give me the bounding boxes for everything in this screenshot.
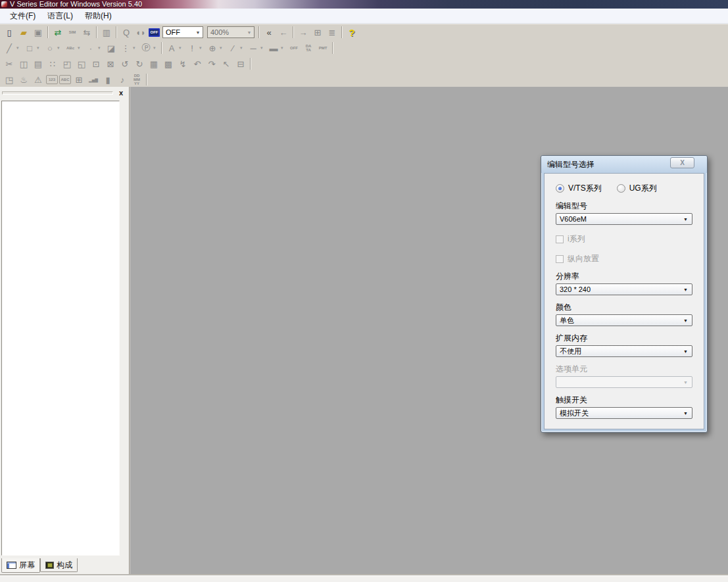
ext-memory-select[interactable]: 不使用 ▼: [556, 345, 692, 357]
send-back-icon[interactable]: ◱: [75, 57, 88, 70]
window-titlebar[interactable]: V Series Editor for Windows Version 5.40: [0, 0, 728, 9]
bring-front-icon[interactable]: ◰: [61, 57, 74, 70]
tab-structure[interactable]: 构成: [40, 558, 78, 572]
first-screen-icon[interactable]: «: [262, 26, 276, 39]
panel-grip-handle[interactable]: [2, 91, 113, 95]
menu-item-help[interactable]: 帮助(H): [79, 9, 118, 23]
numeric-display-icon[interactable]: 123: [46, 75, 58, 84]
dialog-close-button[interactable]: X: [670, 157, 694, 168]
text-tool-icon[interactable]: ABc: [64, 41, 77, 55]
panel-close-button[interactable]: x: [116, 88, 126, 97]
lamp-parts-icon[interactable]: ♨: [17, 73, 30, 86]
toolbar-row-edit: ✂◫▤∷◰◱⊡⊠↺↻▦▩↯↶↷↖⊟: [0, 56, 728, 72]
undo-icon[interactable]: ↶: [191, 57, 204, 70]
tab-screen[interactable]: 屏幕: [1, 558, 40, 573]
ungroup-icon[interactable]: ⊠: [104, 57, 117, 70]
checkbox-portrait[interactable]: 纵向放置: [556, 253, 692, 264]
screen-list-icon[interactable]: ⊞: [311, 26, 324, 39]
parts-place-icon[interactable]: Ⓟ: [139, 41, 153, 55]
menu-item-file[interactable]: 文件(F): [4, 9, 41, 23]
data-jump-icon[interactable]: DA TA: [302, 41, 315, 55]
color-select[interactable]: 单色 ▼: [556, 314, 692, 326]
dual-screen-icon[interactable]: ◖◗: [134, 26, 147, 39]
off-display-icon[interactable]: OFF: [149, 28, 160, 37]
switch-parts-icon[interactable]: ◳: [3, 73, 16, 86]
rotate-left-icon[interactable]: ↺: [118, 57, 132, 70]
dropdown-arrow-icon[interactable]: ▼: [193, 30, 203, 35]
tile-pattern2-icon[interactable]: ▩: [162, 57, 175, 70]
rotate-right-icon[interactable]: ↻: [133, 57, 146, 70]
dropdown-caret-icon[interactable]: ▾: [16, 45, 22, 51]
char-display-icon[interactable]: ABC: [59, 75, 71, 84]
macro-parts-icon[interactable]: ⊕: [206, 41, 219, 55]
box-tool-icon[interactable]: □: [23, 41, 36, 55]
dropdown-caret-icon[interactable]: ▾: [179, 45, 185, 51]
pushpin-icon[interactable]: ↯: [176, 57, 189, 70]
cancel-button[interactable]: 取消: [628, 429, 675, 429]
multi-copy-icon[interactable]: ∷: [46, 57, 59, 70]
menu-item-language[interactable]: 语言(L): [41, 9, 79, 23]
dot-tool-icon[interactable]: ·: [84, 41, 97, 55]
dropdown-caret-icon[interactable]: ▾: [260, 45, 266, 51]
text-parts-icon[interactable]: A: [165, 41, 178, 55]
dropdown-caret-icon[interactable]: ▾: [133, 45, 139, 51]
vline-tool-icon[interactable]: ⋮: [119, 41, 132, 55]
off-jump-icon[interactable]: OFF: [287, 41, 301, 55]
line-parts-icon[interactable]: ─: [247, 41, 260, 55]
help-icon[interactable]: ?: [345, 26, 358, 39]
save-icon[interactable]: ▣: [32, 26, 45, 39]
zoom-level-combo[interactable]: 400%▼: [207, 26, 255, 38]
select-cursor-icon[interactable]: ↖: [220, 57, 233, 70]
dropdown-caret-icon[interactable]: ▾: [240, 45, 246, 51]
screen-block-icon[interactable]: ⊟: [234, 57, 247, 70]
graph-parts-icon[interactable]: ▂▅▇: [87, 73, 100, 86]
print-icon[interactable]: ▥: [100, 26, 113, 39]
resolution-select[interactable]: 320 * 240 ▼: [556, 283, 692, 295]
message-parts-icon[interactable]: !: [185, 41, 199, 55]
open-file-icon[interactable]: ▰: [17, 26, 30, 39]
dropdown-caret-icon[interactable]: ▾: [98, 45, 104, 51]
ellipse-tool-icon[interactable]: ○: [43, 41, 57, 55]
dropdown-arrow-icon[interactable]: ▼: [245, 30, 254, 35]
paste-icon[interactable]: ▤: [32, 57, 45, 70]
group-icon[interactable]: ⊡: [89, 57, 103, 70]
dropdown-caret-icon[interactable]: ▾: [153, 45, 159, 51]
buzzer-parts-icon[interactable]: ♪: [116, 73, 129, 86]
oblique-line-parts-icon[interactable]: ∕: [226, 41, 239, 55]
item-list-icon[interactable]: ≣: [326, 26, 339, 39]
ok-button[interactable]: 确定: [573, 429, 621, 429]
dropdown-caret-icon[interactable]: ▾: [199, 45, 205, 51]
off-state-combo[interactable]: OFF▼: [162, 26, 203, 38]
edit-model-label: 编辑型号: [556, 201, 692, 212]
new-file-icon[interactable]: ▯: [3, 26, 16, 39]
dropdown-caret-icon[interactable]: ▾: [37, 45, 43, 51]
redo-icon[interactable]: ↷: [205, 57, 218, 70]
tile-pattern-icon[interactable]: ▦: [147, 57, 160, 70]
keypad-parts-icon[interactable]: ⊞: [72, 73, 85, 86]
radio-ug-series[interactable]: UG系列: [617, 183, 657, 194]
line-tool-icon[interactable]: ╱: [3, 41, 16, 55]
structure-monitor-icon: [45, 562, 54, 569]
paint-tool-icon[interactable]: ◪: [105, 41, 118, 55]
pmt-jump-icon[interactable]: PMT: [316, 41, 329, 55]
alarm-parts-icon[interactable]: ⚠: [32, 73, 45, 86]
next-screen-icon[interactable]: →: [297, 26, 310, 39]
radio-vts-series[interactable]: V/TS系列: [556, 183, 602, 194]
transfer-icon[interactable]: ⇄: [51, 26, 64, 39]
checkbox-i-series[interactable]: i系列: [556, 233, 692, 245]
touch-switch-select[interactable]: 模拟开关 ▼: [556, 407, 692, 419]
edit-model-select[interactable]: V606eM ▼: [556, 213, 692, 225]
dropdown-caret-icon[interactable]: ▾: [57, 45, 63, 51]
memo-parts-icon[interactable]: ▮: [101, 73, 114, 86]
cut-icon[interactable]: ✂: [3, 57, 16, 70]
box-parts-icon[interactable]: ▬: [267, 41, 280, 55]
calendar-parts-icon[interactable]: DD MM YY: [130, 73, 143, 86]
dropdown-caret-icon[interactable]: ▾: [281, 45, 287, 51]
zoom-icon[interactable]: Q: [120, 26, 133, 39]
simulator-icon[interactable]: SIM: [66, 26, 79, 39]
dropdown-caret-icon[interactable]: ▾: [220, 45, 226, 51]
copy-icon[interactable]: ◫: [17, 57, 30, 70]
prev-screen-icon[interactable]: ←: [277, 26, 290, 39]
dropdown-caret-icon[interactable]: ▾: [78, 45, 84, 51]
transfer-setting-icon[interactable]: ⇆: [80, 26, 93, 39]
